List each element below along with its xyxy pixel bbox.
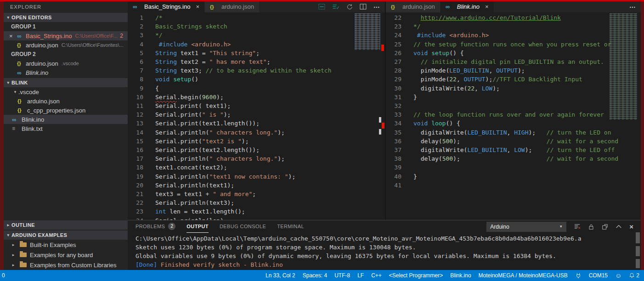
- status-item[interactable]: Ln 33, Col 2: [266, 272, 295, 279]
- code-line[interactable]: 25// the setup function runs once when y…: [386, 40, 641, 49]
- status-item[interactable]: C++: [371, 272, 382, 279]
- close-panel-icon[interactable]: ×: [629, 223, 633, 230]
- code-line[interactable]: 11Serial.print( text1);: [128, 101, 385, 110]
- notifications-bell[interactable]: 2: [629, 272, 639, 279]
- minimap[interactable]: [610, 13, 637, 120]
- split-editor-icon[interactable]: [360, 4, 367, 10]
- code-line[interactable]: 29 pinMode(22, OUTPUT);//TFT LCD Backlig…: [386, 75, 641, 84]
- tree-item[interactable]: ∞Blink.ino: [4, 115, 128, 124]
- tab-basic-strings-ino[interactable]: ∞Basic_Strings.ino×: [128, 1, 205, 12]
- tree-item[interactable]: {}arduino.json: [4, 96, 128, 106]
- panel-scrollbar[interactable]: [636, 259, 640, 268]
- code-line[interactable]: 41: [386, 181, 641, 190]
- code-line[interactable]: 35 digitalWrite(LED_BUILTIN, HIGH); // t…: [386, 128, 641, 137]
- feedback-smiley-icon[interactable]: ☺: [615, 272, 621, 279]
- more-actions-icon[interactable]: ⋯: [373, 3, 380, 11]
- code-line[interactable]: 1/*: [128, 13, 385, 22]
- code-line[interactable]: 21text3 = text1 + " and more";: [128, 190, 385, 198]
- code-line[interactable]: 6String text2 = " has more text";: [128, 57, 385, 66]
- code-line[interactable]: 10Serial.begin(9600);: [128, 93, 385, 101]
- close-icon[interactable]: ×: [9, 33, 17, 39]
- code-line[interactable]: 26void setup() {: [386, 49, 641, 57]
- status-item[interactable]: Blink.ino: [450, 272, 471, 279]
- panel-tab-problems[interactable]: PROBLEMS2: [136, 220, 175, 233]
- folder-section-header[interactable]: ▾ BLINK: [4, 78, 128, 87]
- code-line[interactable]: 3*/: [128, 31, 385, 39]
- code-line[interactable]: 19Serial.println("text1 now contains: ")…: [128, 172, 385, 181]
- status-left-count[interactable]: 0: [2, 272, 5, 279]
- code-line[interactable]: 13Serial.print(text1.length());: [128, 119, 385, 128]
- code-editor-blink[interactable]: 22 http://www.arduino.cc/en/Tutorial/Bli…: [386, 12, 641, 220]
- status-item[interactable]: Spaces: 4: [303, 272, 327, 279]
- status-serial-port[interactable]: COM15: [589, 272, 608, 279]
- code-line[interactable]: 36 delay(500); // wait for a second: [386, 137, 641, 146]
- status-item[interactable]: MoteinoMEGA / MoteinoMEGA-USB: [479, 272, 568, 279]
- code-line[interactable]: 22 http://www.arduino.cc/en/Tutorial/Bli…: [386, 13, 641, 22]
- tree-item[interactable]: {}c_cpp_properties.json: [4, 106, 128, 115]
- output-log[interactable]: C:\Users\Office\AppData\Local\Temp\ardui…: [128, 233, 641, 269]
- tab-blink-ino[interactable]: ∞Blink.ino×: [441, 1, 494, 12]
- example-folder-item[interactable]: ▸Examples for any board: [4, 250, 128, 260]
- tree-item[interactable]: ▾.vscode: [4, 87, 128, 96]
- tab-arduino-json[interactable]: {}arduino.json: [386, 1, 441, 12]
- code-line[interactable]: 4 #include <arduino.h>: [128, 40, 385, 49]
- tab-arduino-json[interactable]: {}arduino.json: [205, 1, 260, 12]
- outline-header[interactable]: ▸ OUTLINE: [4, 220, 128, 230]
- code-line[interactable]: 16Serial.print(text2.length());: [128, 146, 385, 154]
- reload-icon[interactable]: [346, 4, 353, 10]
- code-line[interactable]: 5String text1 = "This string";: [128, 49, 385, 57]
- arduino-examples-header[interactable]: ▾ ARDUINO EXAMPLES: [4, 230, 128, 240]
- open-editors-header[interactable]: ▾ OPEN EDITORS: [4, 13, 128, 22]
- panel-tab-debug-console[interactable]: DEBUG CONSOLE: [220, 220, 266, 233]
- panel-tab-output[interactable]: OUTPUT: [186, 220, 209, 233]
- panel-scrollbar[interactable]: [636, 232, 640, 243]
- serial-plug-icon[interactable]: [575, 272, 582, 279]
- code-line[interactable]: 18text1.concat(text2);: [128, 163, 385, 172]
- code-line[interactable]: 17Serial.println(" characters long.");: [128, 154, 385, 163]
- output-channel-select[interactable]: Arduino ▼: [486, 222, 566, 232]
- code-line[interactable]: 37 digitalWrite(LED_BUILTIN, LOW); // tu…: [386, 146, 641, 154]
- code-line[interactable]: 23int len = text1.length();: [128, 207, 385, 216]
- code-line[interactable]: 28 pinMode(LED_BUILTIN, OUTPUT);: [386, 66, 641, 75]
- code-line[interactable]: 24Serial.println(len);: [128, 216, 385, 220]
- code-line[interactable]: 33// the loop function runs over and ove…: [386, 110, 641, 119]
- code-editor-basic-strings[interactable]: 1/*2Basic_Strings sketch3*/4 #include <a…: [128, 12, 385, 220]
- scroll-lock-icon[interactable]: [588, 224, 594, 230]
- code-line[interactable]: 20Serial.println(text1);: [128, 181, 385, 190]
- code-line[interactable]: 40}: [386, 172, 641, 181]
- code-line[interactable]: 32: [386, 101, 641, 110]
- example-folder-item[interactable]: ▸Examples from Custom Libraries: [4, 260, 128, 270]
- code-line[interactable]: 38 delay(500); // wait for a second: [386, 154, 641, 163]
- status-item[interactable]: <Select Programmer>: [389, 272, 443, 279]
- clear-output-icon[interactable]: [574, 223, 581, 230]
- code-line[interactable]: 8void setup(): [128, 75, 385, 84]
- code-line[interactable]: 15Serial.print("text2 is ");: [128, 137, 385, 146]
- open-editor-item[interactable]: {}arduino.jsonC:\Users\Office\Favorites\…: [4, 40, 128, 50]
- more-actions-icon[interactable]: ⋯: [629, 3, 636, 11]
- code-line[interactable]: 14Serial.println(" characters long.");: [128, 128, 385, 137]
- example-folder-item[interactable]: ▸Built-in Examples: [4, 240, 128, 250]
- code-line[interactable]: 23*/: [386, 22, 641, 31]
- code-line[interactable]: 30 digitalWrite(22, LOW);: [386, 84, 641, 93]
- upload-sketch-icon[interactable]: [332, 4, 339, 10]
- open-editor-item[interactable]: {}arduino.json.vscode: [4, 59, 128, 68]
- code-line[interactable]: 12Serial.print(" is ");: [128, 110, 385, 119]
- maximize-panel-icon[interactable]: [616, 225, 622, 229]
- code-line[interactable]: 27 // initialize digital pin LED_BUILTIN…: [386, 57, 641, 66]
- verify-sketch-icon[interactable]: [318, 4, 325, 10]
- code-line[interactable]: 34void loop() {: [386, 119, 641, 128]
- code-line[interactable]: 39: [386, 163, 641, 172]
- code-line[interactable]: 31}: [386, 93, 641, 101]
- open-editor-item[interactable]: ∞Blink.ino: [4, 68, 128, 77]
- code-line[interactable]: 7String text3; // to be assigned within …: [128, 66, 385, 75]
- code-line[interactable]: 24 #include <arduino.h>: [386, 31, 641, 39]
- code-line[interactable]: 9{: [128, 84, 385, 93]
- tree-item[interactable]: ≡Blink.txt: [4, 124, 128, 133]
- status-item[interactable]: UTF-8: [334, 272, 350, 279]
- code-line[interactable]: 2Basic_Strings sketch: [128, 22, 385, 31]
- status-item[interactable]: LF: [357, 272, 364, 279]
- code-line[interactable]: 22Serial.println(text3);: [128, 198, 385, 207]
- panel-scrollbar[interactable]: [636, 246, 640, 256]
- panel-tab-terminal[interactable]: TERMINAL: [277, 220, 304, 233]
- open-in-editor-icon[interactable]: [602, 224, 608, 230]
